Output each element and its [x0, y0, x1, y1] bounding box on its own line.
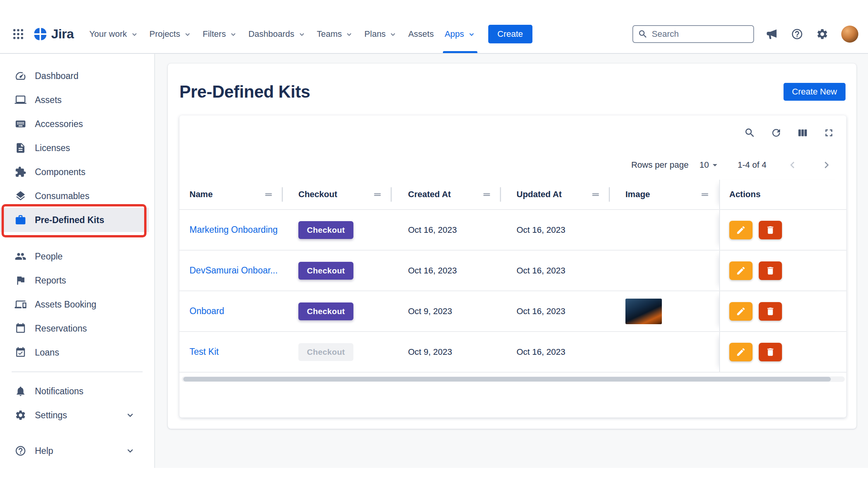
sidebar-item-assets[interactable]: Assets [0, 88, 149, 112]
edit-button[interactable] [729, 343, 753, 361]
sidebar-item-licenses[interactable]: Licenses [0, 136, 149, 160]
nav-item-label: Apps [444, 29, 464, 39]
pencil-icon [736, 347, 746, 357]
sidebar-item-label: Accessories [35, 119, 83, 129]
column-header-name[interactable]: Name [179, 180, 283, 209]
sidebar-item-consumables[interactable]: Consumables [0, 184, 149, 208]
cell-updated-at: Oct 16, 2023 [501, 332, 610, 372]
user-avatar[interactable] [841, 26, 858, 43]
edit-button[interactable] [729, 302, 753, 321]
nav-item-projects[interactable]: Projects [144, 15, 197, 53]
sidebar-divider [12, 371, 143, 372]
cell-created-at: Oct 9, 2023 [392, 332, 501, 372]
chevron-down-icon[interactable] [125, 445, 136, 456]
column-drag-handle-icon[interactable] [700, 189, 710, 199]
horizontal-scrollbar-track[interactable] [182, 376, 845, 382]
application-window: Jira Your work Projects Filters Dashboar… [0, 0, 868, 488]
rows-per-page-value: 10 [699, 160, 709, 170]
sidebar-item-pre-defined-kits[interactable]: Pre-Defined Kits [0, 208, 149, 232]
column-header-updated-at[interactable]: Updated At [501, 180, 610, 209]
kit-name-link[interactable]: Test Kit [189, 347, 219, 357]
updated-at-value: Oct 16, 2023 [517, 347, 565, 357]
create-button[interactable]: Create [488, 25, 532, 43]
calendar-check-icon [15, 347, 26, 358]
trash-icon [765, 225, 775, 235]
checkout-button[interactable]: Checkout [298, 221, 353, 239]
column-header-label: Checkout [298, 189, 337, 199]
delete-button[interactable] [759, 261, 782, 280]
sidebar-item-loans[interactable]: Loans [0, 340, 149, 364]
column-drag-handle-icon[interactable] [482, 189, 492, 199]
nav-item-filters[interactable]: Filters [197, 15, 243, 53]
nav-item-plans[interactable]: Plans [359, 15, 403, 53]
rows-per-page-select[interactable]: 10 [699, 160, 720, 170]
edit-button[interactable] [729, 261, 753, 280]
cell-actions [719, 251, 846, 290]
nav-item-teams[interactable]: Teams [312, 15, 359, 53]
nav-item-label: Assets [408, 29, 434, 39]
sidebar-item-reservations[interactable]: Reservations [0, 316, 149, 340]
chevron-down-icon[interactable] [125, 410, 136, 421]
column-drag-handle-icon[interactable] [372, 189, 382, 199]
column-header-label: Image [625, 189, 650, 199]
edit-button[interactable] [729, 221, 753, 239]
column-drag-handle-icon[interactable] [264, 189, 274, 199]
sidebar-item-label: Loans [35, 347, 59, 358]
kit-name-link[interactable]: Marketing Onboarding [189, 225, 278, 235]
sidebar-item-reports[interactable]: Reports [0, 268, 149, 292]
kit-name-link[interactable]: Onboard [189, 306, 224, 316]
cell-image [610, 332, 719, 372]
checkout-button[interactable]: Checkout [298, 262, 353, 280]
table-header-row: Name Checkout Created At [179, 180, 846, 210]
nav-item-assets[interactable]: Assets [403, 15, 439, 53]
delete-button[interactable] [759, 343, 782, 361]
refresh-icon[interactable] [770, 127, 782, 139]
fullscreen-icon[interactable] [823, 127, 835, 139]
sidebar-item-settings[interactable]: Settings [0, 403, 149, 427]
sidebar-item-assets-booking[interactable]: Assets Booking [0, 292, 149, 316]
kits-table-panel: Rows per page 10 1-4 of 4 Name [179, 115, 846, 418]
next-page-icon[interactable] [820, 158, 833, 172]
column-header-checkout[interactable]: Checkout [283, 180, 392, 209]
search-input[interactable] [652, 29, 749, 39]
cell-image [610, 251, 719, 290]
kit-image-thumbnail [625, 299, 662, 324]
jira-logo[interactable]: Jira [33, 26, 74, 42]
sidebar-item-notifications[interactable]: Notifications [0, 379, 149, 403]
sidebar-item-components[interactable]: Components [0, 160, 149, 184]
column-drag-handle-icon[interactable] [591, 189, 601, 199]
checkout-button-disabled: Checkout [298, 343, 353, 361]
column-header-created-at[interactable]: Created At [392, 180, 501, 209]
cell-image [610, 291, 719, 331]
columns-icon[interactable] [797, 127, 808, 139]
kit-name-link[interactable]: DevSamurai Onboar... [189, 265, 278, 276]
checkout-button[interactable]: Checkout [298, 302, 353, 320]
cell-actions [719, 332, 846, 372]
horizontal-scrollbar-thumb[interactable] [183, 377, 831, 381]
app-switcher-icon[interactable] [12, 27, 25, 41]
column-header-image[interactable]: Image [610, 180, 719, 209]
chevron-down-icon [389, 30, 397, 39]
search-icon[interactable] [744, 127, 756, 139]
global-search[interactable] [632, 25, 754, 43]
sidebar-item-help[interactable]: Help [0, 439, 149, 463]
briefcase-icon [15, 214, 26, 226]
chevron-down-icon [467, 30, 476, 39]
announcement-icon[interactable] [766, 28, 778, 40]
sidebar-item-people[interactable]: People [0, 244, 149, 268]
sidebar-item-accessories[interactable]: Accessories [0, 112, 149, 136]
create-new-button[interactable]: Create New [784, 83, 846, 101]
nav-item-your-work[interactable]: Your work [84, 15, 144, 53]
nav-item-apps[interactable]: Apps [439, 15, 481, 53]
help-icon[interactable] [791, 28, 803, 40]
previous-page-icon[interactable] [786, 158, 799, 172]
sidebar-item-dashboard[interactable]: Dashboard [0, 64, 149, 88]
chevron-down-icon [298, 30, 306, 39]
settings-gear-icon[interactable] [816, 28, 828, 40]
delete-button[interactable] [759, 221, 782, 239]
delete-button[interactable] [759, 302, 782, 321]
sidebar-item-label: Assets Booking [35, 299, 96, 310]
nav-item-dashboards[interactable]: Dashboards [243, 15, 312, 53]
document-icon [15, 142, 26, 154]
jira-logo-text: Jira [51, 26, 74, 41]
